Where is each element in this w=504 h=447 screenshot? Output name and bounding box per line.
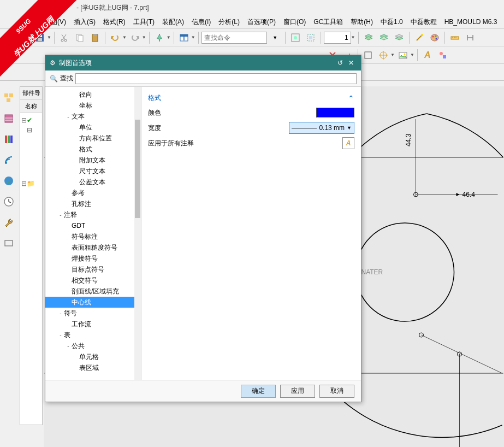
- tree-node[interactable]: -公共: [45, 340, 141, 351]
- part-nav-icon[interactable]: [2, 111, 16, 126]
- svg-rect-34: [443, 55, 446, 58]
- tree-node[interactable]: 剖面线/区域填充: [45, 286, 141, 297]
- svg-rect-36: [9, 93, 13, 97]
- text-a-icon[interactable]: A: [420, 48, 435, 62]
- number-input[interactable]: [324, 32, 351, 44]
- history-icon[interactable]: [2, 195, 16, 209]
- tree-node[interactable]: 公差文本: [45, 177, 141, 187]
- width-dropdown[interactable]: 0.13 mm ▼: [289, 122, 354, 134]
- menu-assembly[interactable]: 装配(A): [159, 16, 187, 28]
- tree-node[interactable]: 尺寸文本: [45, 166, 141, 177]
- tree-node[interactable]: 符号标注: [45, 231, 141, 242]
- cancel-button[interactable]: 取消: [319, 385, 354, 398]
- section-header[interactable]: 格式 ⌃: [148, 91, 354, 105]
- tree-node[interactable]: 相交符号: [45, 275, 141, 286]
- crosshair-icon[interactable]: [376, 48, 390, 62]
- infobox-icon[interactable]: i: [177, 31, 191, 45]
- menu-prefs[interactable]: 首选项(P): [244, 16, 279, 28]
- open-icon[interactable]: [17, 31, 32, 45]
- dialog-search-input[interactable]: [75, 73, 357, 84]
- menu-zltut[interactable]: 中磊教程: [407, 16, 440, 28]
- tree-node[interactable]: 坐标: [45, 100, 141, 111]
- tree-node[interactable]: 目标点符号: [45, 264, 141, 275]
- apply-all-button[interactable]: A: [342, 137, 354, 149]
- layer1-icon[interactable]: [361, 31, 376, 45]
- partnav-row[interactable]: ⊟: [21, 125, 41, 135]
- tree-node[interactable]: 工作流: [45, 319, 141, 330]
- signal-icon[interactable]: [2, 153, 16, 167]
- tree-node[interactable]: 单元格: [45, 351, 141, 362]
- menu-zl1[interactable]: 中磊1.0: [377, 16, 406, 28]
- wand-icon[interactable]: [412, 31, 426, 45]
- tree-node[interactable]: -文本: [45, 111, 141, 122]
- save-dropdown-icon[interactable]: ▼: [47, 35, 51, 40]
- close-icon[interactable]: ✕: [346, 59, 357, 67]
- menu-help[interactable]: 帮助(H): [347, 16, 376, 28]
- ok-button[interactable]: 确定: [241, 385, 276, 398]
- dialog-tree[interactable]: 径向坐标-文本单位方向和位置格式附加文本尺寸文本公差文本参考孔标注-注释GDT符…: [45, 87, 141, 380]
- calipers-icon[interactable]: [463, 31, 477, 45]
- wrench-icon[interactable]: [2, 215, 16, 230]
- shapes-icon[interactable]: [436, 48, 450, 62]
- svg-rect-22: [451, 37, 459, 39]
- fitselect-icon[interactable]: [304, 31, 318, 45]
- drafting-preferences-dialog: ⚙ 制图首选项 ↺ ✕ 🔍 查找 径向坐标-文本单位方向和位置格式附加文本尺寸文…: [45, 55, 361, 402]
- ruler-icon[interactable]: [448, 31, 462, 45]
- tree-node[interactable]: GDT: [45, 220, 141, 231]
- search-dropdown-icon[interactable]: ▼: [268, 31, 282, 45]
- color-swatch[interactable]: [316, 108, 354, 117]
- layer3-icon[interactable]: [392, 31, 406, 45]
- tree-node[interactable]: 参考: [45, 187, 141, 198]
- menu-tools[interactable]: 工具(T): [130, 16, 158, 28]
- copy-icon[interactable]: [73, 31, 87, 45]
- rect-icon[interactable]: [2, 236, 16, 250]
- partnav-row[interactable]: ⊟✔: [21, 115, 41, 125]
- tree-node[interactable]: 焊接符号: [45, 253, 141, 264]
- menu-view[interactable]: 视图(V): [41, 16, 69, 28]
- menu-analyze[interactable]: 分析(L): [215, 16, 243, 28]
- tree-node[interactable]: 孔标注: [45, 198, 141, 209]
- redo-dropdown-icon[interactable]: ▼: [142, 35, 146, 40]
- apply-all-label: 应用于所有注释: [148, 139, 342, 148]
- save-icon[interactable]: [33, 31, 47, 45]
- menu-window[interactable]: 窗口(O): [280, 16, 309, 28]
- svg-rect-38: [5, 115, 13, 122]
- redo-icon[interactable]: [128, 31, 142, 45]
- pin-icon[interactable]: [152, 31, 167, 45]
- globe-icon[interactable]: [2, 174, 16, 188]
- partnav-row[interactable]: ⊟📁: [21, 179, 41, 189]
- layer2-icon[interactable]: [377, 31, 391, 45]
- tree-node[interactable]: 表面粗糙度符号: [45, 242, 141, 253]
- paste-icon[interactable]: [88, 31, 102, 45]
- menu-info[interactable]: 信息(I): [188, 16, 214, 28]
- tree-node[interactable]: 径向: [45, 89, 141, 100]
- command-search-input[interactable]: [201, 32, 267, 44]
- tree-node[interactable]: 附加文本: [45, 155, 141, 166]
- square-icon[interactable]: [361, 48, 375, 62]
- cut-icon[interactable]: [57, 31, 72, 45]
- tree-node[interactable]: -注释: [45, 209, 141, 220]
- menu-insert[interactable]: 插入(S): [70, 16, 99, 28]
- menu-hbmould[interactable]: HB_MOULD M6.3: [441, 17, 501, 27]
- reset-icon[interactable]: ↺: [335, 59, 346, 67]
- tree-node[interactable]: 格式: [45, 144, 141, 155]
- undo-dropdown-icon[interactable]: ▼: [122, 35, 127, 40]
- books-icon[interactable]: [2, 132, 16, 146]
- tree-node[interactable]: 表区域: [45, 362, 141, 373]
- partnav-header-1: 部件导: [20, 87, 42, 100]
- tree-node[interactable]: -表: [45, 330, 141, 340]
- tree-scrollbar[interactable]: [134, 87, 141, 380]
- tree-node[interactable]: 方向和位置: [45, 133, 141, 144]
- tree-node[interactable]: 单位: [45, 122, 141, 133]
- apply-button[interactable]: 应用: [280, 385, 315, 398]
- tree-node[interactable]: -符号: [45, 308, 141, 319]
- assembly-nav-icon[interactable]: [2, 91, 16, 105]
- new-icon[interactable]: [2, 31, 16, 45]
- undo-icon[interactable]: [108, 31, 122, 45]
- fit-icon[interactable]: [288, 31, 303, 45]
- tree-node[interactable]: 中心线: [45, 297, 141, 308]
- menu-format[interactable]: 格式(R): [100, 16, 129, 28]
- photo-icon[interactable]: [396, 48, 410, 62]
- menu-gctools[interactable]: GC工具箱: [310, 16, 346, 28]
- palette-icon[interactable]: [428, 31, 442, 45]
